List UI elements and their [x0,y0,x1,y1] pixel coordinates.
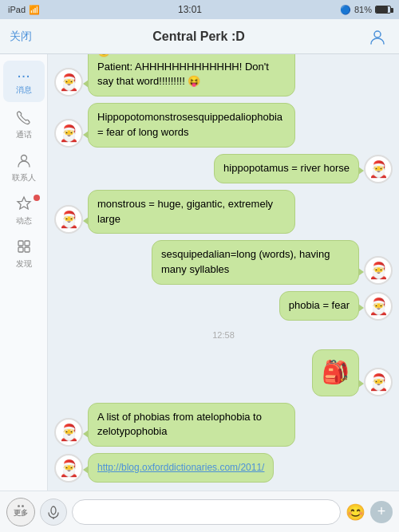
avatar: 🎅 [54,119,83,148]
status-bar: iPad 📶 13:01 🔵 81% [0,0,399,19]
discover-icon [16,238,32,257]
nav-bar: 关闭 Central Perk :D [0,19,399,54]
svg-rect-5 [18,247,23,252]
voice-button[interactable] [40,499,67,526]
emoji-button[interactable]: 😊 [346,502,365,522]
moments-icon [16,195,32,214]
message-bubble: Hippopotomonstrosesquippedaliophobia = f… [88,103,295,148]
input-bar: 更多 😊 + [0,491,399,532]
messages-icon: ··· [17,67,30,83]
chat-area[interactable]: 🎅 Doctor: I'm afraid you have Hippopotom… [48,54,399,491]
svg-rect-3 [18,241,23,246]
sidebar: ··· 消息 通话 联系人 [0,54,48,491]
message-bubble: phobia = fear [279,291,359,321]
wifi-icon: 📶 [29,5,40,15]
battery-percent: 81% [354,5,372,14]
status-left: iPad 📶 [8,5,40,15]
message-bubble: hippopotamus = river horse [214,154,359,183]
message-row: 🎅 monstrous = huge, gigantic, extremely … [54,190,393,234]
svg-point-0 [374,31,381,37]
message-bubble: Doctor: I'm afraid you have Hippopotomon… [88,54,295,97]
sidebar-item-calls[interactable]: 通话 [3,104,45,145]
message-bubble: monstrous = huge, gigantic, extremely la… [88,190,295,234]
avatar: 🎅 [364,256,393,285]
message-row: 🎅 phobia = fear [54,291,393,321]
message-text: Doctor: I'm afraid you have Hippopotomon… [97,54,286,87]
avatar: 🎅 [54,205,83,234]
avatar: 🎅 [54,454,83,483]
message-row: 🎅 🎒 [54,349,393,396]
contacts-icon [16,152,32,171]
avatar: 🎅 [54,418,83,447]
device-name: iPad [8,5,26,14]
avatar: 🎅 [54,68,83,97]
sidebar-item-contacts[interactable]: 联系人 [3,147,45,188]
message-link[interactable]: http://blog.oxforddictionaries.com/2011/ [97,462,264,473]
battery-icon [375,6,391,14]
svg-marker-2 [18,197,30,209]
status-time: 13:01 [178,4,202,15]
add-button[interactable]: + [370,501,393,523]
sticker: 🎒 [322,357,350,389]
message-text: A list of phobias from atelophobia to ze… [97,411,262,438]
plus-icon: + [377,503,386,520]
message-bubble: A list of phobias from atelophobia to ze… [88,403,295,447]
svg-point-7 [51,506,56,514]
sidebar-item-discover[interactable]: 发现 [3,233,45,274]
message-row: 🎅 http://blog.oxforddictionaries.com/201… [54,453,393,483]
chat-title: Central Perk :D [152,30,245,44]
svg-rect-6 [25,247,30,252]
message-text: phobia = fear [289,299,350,311]
bluetooth-icon: 🔵 [340,5,351,15]
moments-badge [34,195,40,201]
message-text: hippopotamus = river horse [223,162,350,174]
close-button[interactable]: 关闭 [10,30,32,44]
message-row: 🎅 A list of phobias from atelophobia to … [54,403,393,447]
main-layout: ··· 消息 通话 联系人 [0,54,399,491]
more-button[interactable]: 更多 [6,498,35,526]
profile-icon[interactable] [365,25,389,49]
message-bubble: sesquipedalian=long (words), having many… [152,240,359,285]
message-text: Hippopotomonstrosesquippedaliophobia = f… [97,111,282,138]
sidebar-item-moments[interactable]: 动态 [3,190,45,231]
avatar: 🎅 [364,155,393,183]
message-text: monstrous = huge, gigantic, extremely la… [97,198,273,225]
svg-rect-4 [25,241,30,246]
avatar: 🎅 [364,368,393,396]
sidebar-item-messages[interactable]: ··· 消息 [3,61,45,102]
svg-point-1 [21,155,26,160]
message-row: 🎅 Doctor: I'm afraid you have Hippopotom… [54,54,393,97]
message-bubble: 🎒 [312,349,359,396]
message-row: 🎅 Hippopotomonstrosesquippedaliophobia =… [54,103,393,148]
message-row: 🎅 hippopotamus = river horse [54,154,393,183]
timestamp: 12:58 [54,330,393,340]
more-label: 更多 [14,508,28,518]
message-bubble: http://blog.oxforddictionaries.com/2011/ [88,453,274,483]
message-input[interactable] [72,499,341,525]
status-right: 🔵 81% [340,5,391,15]
message-text: sesquipedalian=long (words), having many… [161,248,330,275]
message-row: 🎅 sesquipedalian=long (words), having ma… [54,240,393,285]
calls-icon [16,109,32,128]
avatar: 🎅 [364,292,393,321]
